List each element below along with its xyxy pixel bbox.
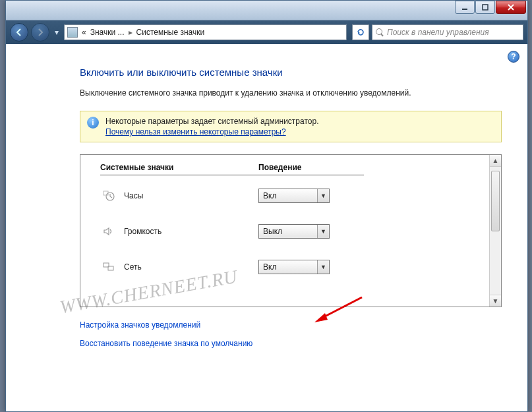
scroll-down-icon[interactable]: ▼ xyxy=(490,295,501,307)
refresh-button[interactable] xyxy=(352,24,369,40)
page-description: Выключение системного значка приводит к … xyxy=(80,87,502,99)
breadcrumb-item[interactable]: Значки ... xyxy=(90,28,125,37)
search-input[interactable]: Поиск в панели управления xyxy=(372,24,523,40)
minimize-icon xyxy=(461,4,468,11)
search-placeholder: Поиск в панели управления xyxy=(387,28,489,37)
customize-icons-link[interactable]: Настройка значков уведомлений xyxy=(80,320,502,330)
admin-info-banner: i Некоторые параметры задает системный а… xyxy=(80,111,502,142)
row-label: Часы xyxy=(124,191,258,200)
restore-defaults-link[interactable]: Восстановить поведение значка по умолчан… xyxy=(80,339,502,348)
scroll-up-icon[interactable]: ▲ xyxy=(490,155,501,167)
minimize-button[interactable] xyxy=(455,1,475,14)
icons-list-frame: Системные значки Поведение Часы Вкл ▼ xyxy=(80,154,502,307)
forward-button[interactable] xyxy=(31,23,49,42)
table-row: Сеть Вкл ▼ xyxy=(100,249,480,285)
speaker-icon xyxy=(100,224,117,239)
content-area: ? Включить или выключить системные значк… xyxy=(6,44,527,411)
arrow-left-icon xyxy=(15,28,24,37)
help-icon[interactable]: ? xyxy=(508,51,519,63)
column-header-behavior: Поведение xyxy=(258,163,364,175)
search-icon xyxy=(375,28,384,37)
breadcrumb-chevrons: « xyxy=(82,28,86,37)
column-header-name: Системные значки xyxy=(100,163,258,175)
banner-text: Некоторые параметры задает системный адм… xyxy=(105,117,318,126)
address-bar[interactable]: « Значки ... ▸ Системные значки xyxy=(64,24,347,40)
svg-rect-1 xyxy=(483,5,488,10)
nav-history-dropdown[interactable]: ▾ xyxy=(52,24,61,40)
scrollbar[interactable]: ▲ ▼ xyxy=(489,155,501,307)
toolbar: ▾ « Значки ... ▸ Системные значки Поиск … xyxy=(6,20,527,44)
banner-link[interactable]: Почему нельзя изменить некоторые парамет… xyxy=(105,127,286,136)
arrow-right-icon xyxy=(36,28,45,37)
clock-icon xyxy=(100,189,117,203)
close-icon xyxy=(507,3,515,11)
info-icon: i xyxy=(87,117,99,129)
row-label: Сеть xyxy=(124,262,258,272)
chevron-down-icon: ▼ xyxy=(317,189,329,202)
back-button[interactable] xyxy=(10,23,28,42)
chevron-down-icon: ▼ xyxy=(317,260,329,274)
behavior-dropdown-clock[interactable]: Вкл ▼ xyxy=(258,189,330,203)
maximize-button[interactable] xyxy=(475,1,495,14)
scrollbar-thumb[interactable] xyxy=(491,171,500,231)
network-icon xyxy=(100,260,117,274)
page-title: Включить или выключить системные значки xyxy=(80,67,502,78)
close-button[interactable] xyxy=(496,1,526,14)
svg-rect-0 xyxy=(462,9,467,10)
row-label: Громкость xyxy=(124,227,258,236)
chevron-down-icon: ▼ xyxy=(317,225,329,238)
breadcrumb-separator-icon: ▸ xyxy=(129,28,133,37)
refresh-icon xyxy=(356,28,365,37)
behavior-dropdown-volume[interactable]: Выкл ▼ xyxy=(258,224,330,239)
control-panel-window: ▾ « Значки ... ▸ Системные значки Поиск … xyxy=(5,0,528,412)
table-row: Часы Вкл ▼ xyxy=(100,178,480,214)
breadcrumb-item[interactable]: Системные значки xyxy=(136,28,205,37)
table-row: Громкость Выкл ▼ xyxy=(100,214,480,249)
titlebar xyxy=(6,1,527,20)
behavior-dropdown-network[interactable]: Вкл ▼ xyxy=(258,260,330,274)
control-panel-icon xyxy=(67,27,78,38)
maximize-icon xyxy=(482,4,488,11)
